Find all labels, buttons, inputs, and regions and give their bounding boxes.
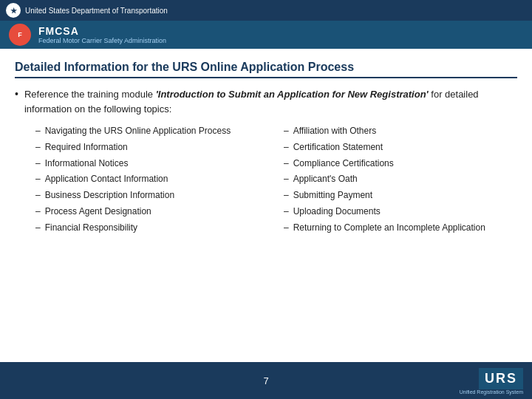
- dash-icon: –: [35, 157, 41, 170]
- gov-seal-icon: ★: [6, 3, 21, 18]
- list-item-text: Applicant's Oath: [293, 173, 358, 185]
- list-item-text: Uploading Documents: [293, 205, 381, 218]
- list-item-text: Submitting Payment: [293, 189, 372, 202]
- main-content: Detailed Information for the URS Online …: [0, 49, 532, 245]
- gov-logo: ★ United States Department of Transporta…: [6, 3, 168, 18]
- list-item-text: Required Information: [45, 141, 128, 154]
- bullet-icon: •: [15, 88, 18, 100]
- footer: 7: [0, 362, 532, 399]
- list-item: –Informational Notices: [35, 157, 269, 170]
- dash-icon: –: [35, 205, 41, 218]
- lists-container: –Navigating the URS Online Application P…: [15, 125, 517, 238]
- dash-icon: –: [284, 222, 289, 234]
- dash-icon: –: [284, 189, 289, 202]
- fmcsa-logo-icon: F: [9, 24, 31, 46]
- dash-icon: –: [284, 141, 289, 154]
- intro-text: Reference the training module 'Introduct…: [24, 87, 517, 116]
- list-item-text: Compliance Certifications: [293, 157, 394, 170]
- list-item: –Required Information: [35, 141, 269, 154]
- dash-icon: –: [284, 173, 289, 185]
- list-item-text: Business Description Information: [45, 189, 174, 202]
- page-title: Detailed Information for the URS Online …: [15, 61, 517, 78]
- dash-icon: –: [35, 189, 41, 202]
- list-item: –Compliance Certifications: [284, 157, 517, 170]
- intro-section: • Reference the training module 'Introdu…: [15, 87, 517, 116]
- dash-icon: –: [284, 157, 289, 170]
- list-item: –Financial Responsibility: [35, 222, 269, 234]
- urs-logo: URS Unified Registration System: [460, 368, 523, 395]
- list-item: –Affiliation with Others: [284, 125, 517, 137]
- urs-label: URS: [479, 368, 523, 389]
- dash-icon: –: [35, 222, 41, 234]
- dash-icon: –: [35, 173, 41, 185]
- list-item-text: Process Agent Designation: [45, 205, 151, 218]
- list-item: –Process Agent Designation: [35, 205, 269, 218]
- list-item: –Business Description Information: [35, 189, 269, 202]
- list-item: –Navigating the URS Online Application P…: [35, 125, 269, 137]
- list-item-text: Returning to Complete an Incomplete Appl…: [293, 222, 485, 234]
- list-item-text: Navigating the URS Online Application Pr…: [45, 125, 231, 137]
- dash-icon: –: [284, 125, 289, 137]
- fmcsa-text-block: FMCSA Federal Motor Carrier Safety Admin…: [38, 25, 166, 44]
- list-item-text: Informational Notices: [45, 157, 129, 170]
- dash-icon: –: [35, 141, 41, 154]
- intro-prefix: Reference the training module: [24, 89, 156, 100]
- fmcsa-subtitle: Federal Motor Carrier Safety Administrat…: [38, 37, 166, 44]
- list-item: –Certification Statement: [284, 141, 517, 154]
- list-item: –Returning to Complete an Incomplete App…: [284, 222, 517, 234]
- left-list: –Navigating the URS Online Application P…: [35, 125, 269, 238]
- right-list: –Affiliation with Others–Certification S…: [284, 125, 517, 238]
- dash-icon: –: [284, 205, 289, 218]
- list-item-text: Application Contact Information: [45, 173, 168, 185]
- list-item: –Uploading Documents: [284, 205, 517, 218]
- dash-icon: –: [35, 125, 41, 137]
- urs-subtext: Unified Registration System: [460, 389, 523, 395]
- gov-bar-text: United States Department of Transportati…: [25, 7, 168, 15]
- fmcsa-title: FMCSA: [38, 25, 166, 37]
- intro-italic: 'Introduction to Submit an Application f…: [156, 89, 429, 100]
- page-number: 7: [263, 375, 268, 386]
- list-item-text: Affiliation with Others: [293, 125, 377, 137]
- list-item: –Application Contact Information: [35, 173, 269, 185]
- fmcsa-header: F FMCSA Federal Motor Carrier Safety Adm…: [0, 21, 532, 49]
- list-item: –Applicant's Oath: [284, 173, 517, 185]
- gov-bar: ★ United States Department of Transporta…: [0, 0, 532, 21]
- list-item-text: Certification Statement: [293, 141, 383, 154]
- list-item: –Submitting Payment: [284, 189, 517, 202]
- list-item-text: Financial Responsibility: [45, 222, 137, 234]
